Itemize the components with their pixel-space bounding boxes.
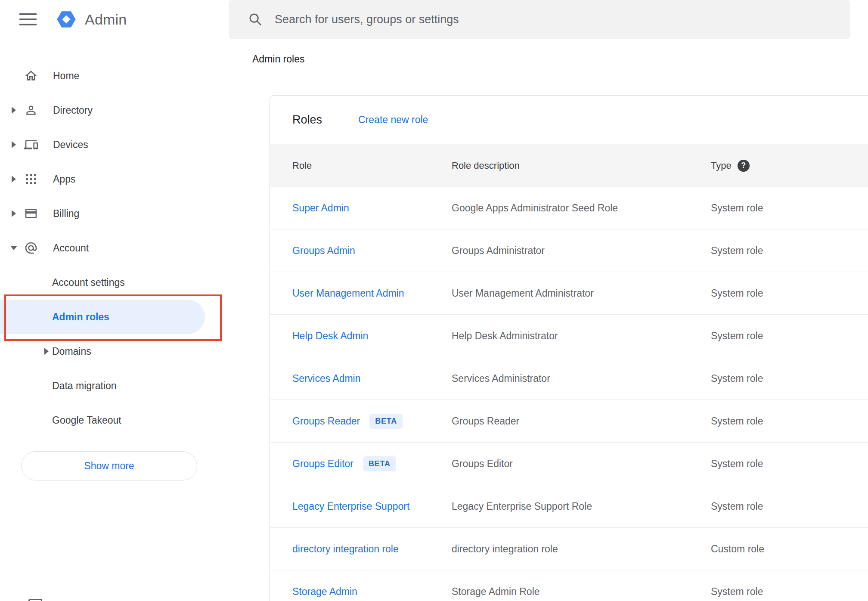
sidebar-item-label: Apps xyxy=(53,173,75,185)
sidebar-item-data-migration[interactable]: Data migration xyxy=(0,369,229,403)
sidebar-item-label: Admin roles xyxy=(52,311,109,323)
admin-logo: Admin xyxy=(55,8,127,31)
role-link[interactable]: Storage Admin xyxy=(292,586,357,598)
chevron-right-icon xyxy=(12,210,16,217)
role-type: System role xyxy=(711,501,868,512)
roles-card: Roles Create new role Role Role descript… xyxy=(270,95,868,601)
role-type: System role xyxy=(711,288,868,299)
sidebar: Admin Home Directory Devices xyxy=(0,0,229,601)
role-link[interactable]: directory integration role xyxy=(292,543,399,555)
table-header-row: Role Role description Type ? xyxy=(270,144,868,187)
sidebar-item-google-takeout[interactable]: Google Takeout xyxy=(0,403,229,437)
role-link[interactable]: Super Admin xyxy=(292,202,349,214)
role-description: Google Apps Administrator Seed Role xyxy=(452,202,711,214)
content-divider xyxy=(229,76,868,76)
chevron-right-icon xyxy=(12,107,16,114)
sidebar-item-home[interactable]: Home xyxy=(0,59,229,93)
role-description: Storage Admin Role xyxy=(452,586,711,598)
sidebar-item-label: Google Takeout xyxy=(52,415,121,426)
search-bar xyxy=(229,0,850,39)
sidebar-item-label: Domains xyxy=(52,346,91,357)
sidebar-nav: Home Directory Devices Apps xyxy=(0,39,229,437)
role-link[interactable]: Help Desk Admin xyxy=(292,330,368,342)
column-header-role: Role xyxy=(270,160,452,171)
role-link[interactable]: Services Admin xyxy=(292,373,361,384)
apps-grid-icon xyxy=(24,172,38,186)
sidebar-item-label: Directory xyxy=(53,105,93,116)
role-description: User Management Administrator xyxy=(452,288,711,299)
sidebar-item-domains[interactable]: Domains xyxy=(0,334,229,369)
table-row: Groups Reader BETA Groups Reader System … xyxy=(270,400,868,443)
app-title: Admin xyxy=(85,11,127,28)
chevron-right-icon xyxy=(12,176,16,183)
role-type: System role xyxy=(711,586,868,598)
role-type: System role xyxy=(711,202,868,214)
role-type: Custom role xyxy=(711,543,868,555)
table-row: Super Admin Google Apps Administrator Se… xyxy=(270,187,868,229)
sidebar-item-label: Account settings xyxy=(52,277,125,288)
clipped-bottom-icon xyxy=(28,599,42,601)
role-type: System role xyxy=(711,245,868,257)
help-icon[interactable]: ? xyxy=(738,160,750,172)
table-row: directory integration role directory int… xyxy=(270,528,868,570)
sidebar-item-label: Data migration xyxy=(52,380,117,392)
role-description: Services Administrator xyxy=(452,373,711,384)
role-type: System role xyxy=(711,373,868,384)
table-row: Storage Admin Storage Admin Role System … xyxy=(270,570,868,601)
person-icon xyxy=(24,103,38,117)
sidebar-divider xyxy=(0,597,229,597)
sidebar-item-account[interactable]: Account xyxy=(0,231,229,265)
search-input[interactable] xyxy=(275,13,850,26)
sidebar-item-account-settings[interactable]: Account settings xyxy=(0,265,229,300)
table-row: Groups Editor BETA Groups Editor System … xyxy=(270,443,868,485)
role-description: Groups Reader xyxy=(452,415,711,427)
role-description: Groups Editor xyxy=(452,458,711,470)
sidebar-item-admin-roles[interactable]: Admin roles xyxy=(0,300,205,334)
beta-badge: BETA xyxy=(369,414,403,429)
table-row: Help Desk Admin Help Desk Administrator … xyxy=(270,315,868,357)
menu-icon[interactable] xyxy=(19,13,37,25)
billing-card-icon xyxy=(24,207,38,220)
chevron-down-icon xyxy=(10,246,17,250)
card-title: Roles xyxy=(292,113,322,127)
column-header-description: Role description xyxy=(452,160,711,171)
role-description: Groups Administrator xyxy=(452,245,711,257)
role-link[interactable]: Groups Editor xyxy=(292,458,353,470)
show-more-button[interactable]: Show more xyxy=(21,451,197,480)
sidebar-item-apps[interactable]: Apps xyxy=(0,162,229,196)
sidebar-header: Admin xyxy=(0,0,229,39)
beta-badge: BETA xyxy=(363,456,396,471)
column-header-type-label: Type xyxy=(711,160,732,171)
role-type: System role xyxy=(711,458,868,470)
breadcrumb: Admin roles xyxy=(252,53,304,65)
create-new-role-link[interactable]: Create new role xyxy=(358,114,428,126)
search-icon xyxy=(248,12,263,27)
chevron-right-icon xyxy=(44,348,49,355)
table-row: User Management Admin User Management Ad… xyxy=(270,272,868,315)
sidebar-item-devices[interactable]: Devices xyxy=(0,127,229,162)
table-row: Groups Admin Groups Administrator System… xyxy=(270,229,868,272)
column-header-type: Type ? xyxy=(711,160,868,172)
role-link[interactable]: Legacy Enterprise Support xyxy=(292,501,409,512)
devices-icon xyxy=(24,138,38,152)
roles-table-body: Super Admin Google Apps Administrator Se… xyxy=(270,187,868,601)
role-description: directory integration role xyxy=(452,543,711,555)
sidebar-item-directory[interactable]: Directory xyxy=(0,93,229,127)
role-link[interactable]: User Management Admin xyxy=(292,288,404,299)
role-type: System role xyxy=(711,415,868,427)
sidebar-item-label: Account xyxy=(53,242,89,254)
table-row: Legacy Enterprise Support Legacy Enterpr… xyxy=(270,485,868,528)
role-link[interactable]: Groups Admin xyxy=(292,245,355,257)
home-icon xyxy=(24,69,38,83)
sidebar-item-label: Billing xyxy=(53,208,79,220)
role-link[interactable]: Groups Reader xyxy=(292,415,360,427)
role-description: Help Desk Administrator xyxy=(452,330,711,342)
table-row: Services Admin Services Administrator Sy… xyxy=(270,357,868,400)
chevron-right-icon xyxy=(12,141,16,148)
sidebar-item-billing[interactable]: Billing xyxy=(0,196,229,231)
at-sign-icon xyxy=(24,241,38,255)
role-type: System role xyxy=(711,330,868,342)
sidebar-item-label: Home xyxy=(53,70,79,82)
admin-hexagon-icon xyxy=(55,8,78,31)
role-description: Legacy Enterprise Support Role xyxy=(452,501,711,512)
